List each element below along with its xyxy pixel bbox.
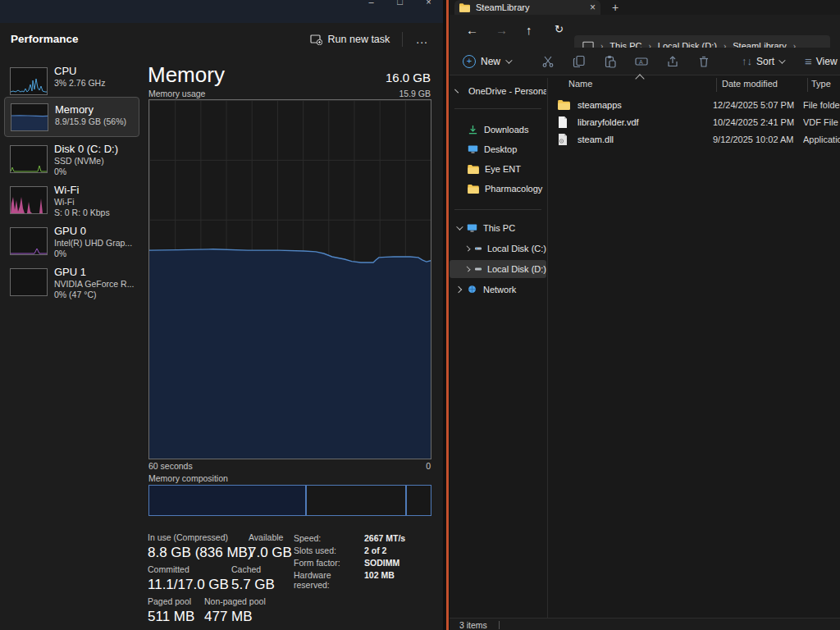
composition-in-use-segment [149,486,307,515]
run-new-task-label: Run new task [328,34,390,45]
divider [499,621,500,629]
back-button[interactable]: ← [461,22,483,38]
minimize-button[interactable]: – [357,0,386,9]
stat-in-use: In use (Compressed) 8.8 GB (836 MB) [148,532,253,561]
sidebar-item-cpu[interactable]: CPU 3% 2.76 GHz [4,62,138,98]
tab-steamlibrary[interactable]: SteamLibrary × [454,0,600,15]
sidebar-item-title: Disk 0 (C: D:) [54,143,118,156]
column-header-name[interactable]: Name [568,79,592,89]
tab-close-icon[interactable]: × [590,2,596,13]
column-header-date[interactable]: Date modified [722,79,778,89]
file-row-steam-dll[interactable]: steam.dll 9/12/2025 10:02 AM Application [551,130,840,148]
sidebar-item-title: GPU 1 [54,266,134,279]
file-date: 9/12/2025 10:02 AM [713,135,803,144]
monitor-icon [467,223,477,233]
sidebar-item-title: GPU 0 [54,225,132,238]
share-button[interactable] [663,55,682,68]
file-date: 10/24/2025 2:41 PM [713,117,803,127]
navpane-label: Pharmacology [485,184,542,194]
item-count: 3 items [459,620,487,630]
hw-form-factor: Form factor: SODIMM [294,558,405,568]
navpane-item-desktop[interactable]: Desktop [450,140,546,158]
navpane-item-network[interactable]: Network [450,281,546,299]
file-date: 12/24/2025 5:07 PM [713,100,803,110]
chevron-down-icon [778,57,785,63]
memory-panel: Memory 16.0 GB Memory usage 15.9 GB 60 s… [148,66,431,623]
gpu0-graph-thumbnail [10,227,48,255]
delete-button[interactable] [694,55,714,68]
sidebar-item-detail: 0% (47 °C) [54,290,134,300]
graph-time-right-label: 0 [426,461,431,471]
navpane-item-pharmacology[interactable]: Pharmacology [450,180,546,198]
navpane-label: This PC [483,223,515,233]
rename-button[interactable]: A [632,55,651,68]
explorer-toolbar: + New A [450,48,840,75]
wifi-graph-thumbnail [10,186,48,214]
run-new-task-button[interactable]: Run new task [303,30,398,49]
folder-icon [468,185,479,194]
sidebar-item-wifi[interactable]: Wi-Fi Wi-Fi S: 0 R: 0 Kbps [4,181,138,217]
cut-button[interactable] [538,55,558,68]
chevron-down-icon [505,57,512,63]
chevron-right-icon [454,89,459,94]
folder-icon [459,3,470,12]
navpane-item-this-pc[interactable]: This PC [450,219,546,237]
copy-button[interactable] [569,55,589,68]
file-row-libraryfolder[interactable]: libraryfolder.vdf 10/24/2025 2:41 PM VDF… [551,113,840,130]
maximize-button[interactable]: □ [386,0,414,9]
navpane-item-onedrive[interactable]: OneDrive - Persona [450,82,546,100]
copy-icon [573,55,586,68]
memory-graph-thumbnail [11,103,48,131]
navpane-label: Network [483,285,516,294]
file-row-steamapps[interactable]: steamapps 12/24/2025 5:07 PM File folder [551,96,840,113]
column-separator[interactable] [807,78,808,92]
composition-standby-segment [307,486,407,515]
navpane-item-eye-ent[interactable]: Eye ENT [450,160,546,178]
share-icon [666,55,679,68]
view-button[interactable]: ≡ View [800,53,840,69]
dll-file-icon [558,134,568,145]
sidebar-item-memory[interactable]: Memory 8.9/15.9 GB (56%) [4,97,139,137]
chevron-right-icon [464,267,470,272]
memory-composition-label: Memory composition [148,473,228,483]
file-name: steam.dll [578,135,713,144]
forward-button[interactable]: → [491,22,513,38]
paste-button[interactable] [600,55,620,68]
task-manager-header: Performance Run new task ... [0,23,443,56]
composition-free-segment [407,486,431,515]
file-type: File folder [803,100,840,110]
sidebar-item-gpu1[interactable]: GPU 1 NVIDIA GeForce R... 0% (47 °C) [4,263,138,299]
hardware-info: Speed: 2667 MT/s Slots used: 2 of 2 Form… [294,533,405,590]
page-title: Performance [11,33,79,45]
sidebar-item-gpu0[interactable]: GPU 0 Intel(R) UHD Grap... 0% [4,222,138,258]
column-header-type[interactable]: Type [811,79,831,89]
folder-icon [468,165,479,174]
navpane-item-local-disk-c[interactable]: Local Disk (C:) [450,240,546,258]
delete-icon [697,55,710,68]
navpane-item-downloads[interactable]: Downloads [450,121,546,139]
navpane-item-local-disk-d[interactable]: Local Disk (D:) [450,260,546,278]
stat-available: Available 7.0 GB [249,532,292,561]
refresh-button[interactable]: ↻ [550,22,568,36]
more-options-button[interactable]: ... [408,31,436,48]
up-button[interactable]: ↑ [521,22,537,38]
sort-button[interactable]: ↑↓ Sort [737,54,788,68]
navpane-label: Local Disk (D:) [487,264,546,274]
navpane-label: Desktop [484,144,517,154]
divider [454,108,541,109]
sidebar-item-detail: 8.9/15.9 GB (56%) [55,116,126,127]
gpu1-graph-thumbnail [10,268,48,296]
file-icon [558,116,568,128]
new-tab-button[interactable]: + [612,1,619,14]
close-button[interactable]: × [414,0,443,9]
file-name: steamapps [578,100,713,110]
sidebar-item-title: Wi-Fi [54,184,110,197]
file-explorer-window: SteamLibrary × + ← → ↑ ↻ › This PC › Loc… [450,0,840,630]
sidebar-item-disk0[interactable]: Disk 0 (C: D:) SSD (NVMe) 0% [4,140,138,176]
new-button[interactable]: + New [458,54,515,69]
disk-graph-thumbnail [10,145,48,173]
column-separator[interactable] [716,78,717,92]
memory-total: 16.0 GB [386,71,431,84]
explorer-navigation-bar: ← → ↑ ↻ › This PC › Local Disk (D:) › St… [450,15,840,48]
view-icon: ≡ [805,54,812,68]
